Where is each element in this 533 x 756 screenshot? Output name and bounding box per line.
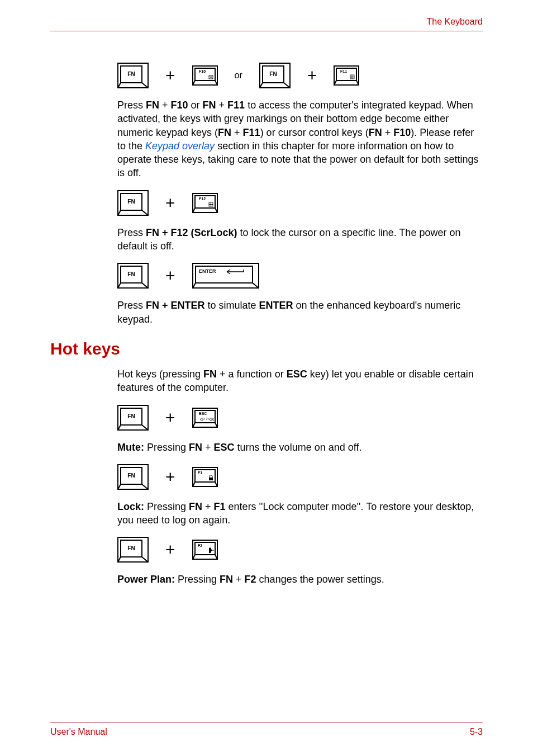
key-combo-row-5: FN + F1 xyxy=(117,464,483,490)
svg-text:FN: FN xyxy=(127,545,135,551)
f11-key-icon: F11 xyxy=(334,65,359,86)
body-column-2: Hot keys (pressing FN + a function or ES… xyxy=(117,367,483,587)
hot-keys-heading: Hot keys xyxy=(50,339,483,358)
paragraph-hotkeys-intro: Hot keys (pressing FN + a function or ES… xyxy=(117,367,483,395)
fn-key-icon: FN xyxy=(117,263,149,289)
svg-text:FN: FN xyxy=(269,71,277,77)
key-combo-row-1: FN + F10 or xyxy=(117,63,483,88)
svg-text:F1: F1 xyxy=(198,471,202,475)
svg-rect-47 xyxy=(193,467,217,486)
key-combo-row-3: FN + ENTER xyxy=(117,263,483,289)
footer-page-number: 5-3 xyxy=(470,727,483,737)
f10-key-icon: F10 xyxy=(192,65,218,86)
svg-rect-15 xyxy=(350,75,354,79)
fn-key-icon: FN xyxy=(117,63,149,88)
fn-key-icon: FN xyxy=(117,537,149,563)
plus-icon: + xyxy=(165,66,175,85)
svg-text:ESC: ESC xyxy=(199,412,207,415)
plus-icon: + xyxy=(165,266,175,285)
page-content: FN + F10 or xyxy=(50,56,483,597)
header-rule xyxy=(50,31,483,31)
key-combo-row-4: FN + ESC / xyxy=(117,405,483,431)
svg-text:F11: F11 xyxy=(340,69,347,73)
f1-key-icon: F1 xyxy=(192,467,218,487)
svg-text:F2: F2 xyxy=(198,544,202,547)
plus-icon: + xyxy=(165,193,175,212)
esc-key-icon: ESC / xyxy=(192,408,218,428)
plus-icon: + xyxy=(165,540,175,559)
fn-key-icon: FN xyxy=(117,190,149,216)
paragraph-lock: Lock: Pressing FN + F1 enters ''Lock com… xyxy=(117,500,483,527)
f12-key-icon: F12 xyxy=(192,193,218,213)
f2-key-icon: F2 xyxy=(192,540,218,560)
paragraph-f12: Press FN + F12 (ScrLock) to lock the cur… xyxy=(117,226,483,253)
fn-key-icon: FN xyxy=(259,63,291,88)
plus-icon: + xyxy=(307,66,317,85)
svg-text:F10: F10 xyxy=(199,69,206,73)
body-column: FN + F10 or xyxy=(117,63,483,326)
fn-key-icon: FN xyxy=(117,405,149,431)
or-label: or xyxy=(235,70,242,81)
paragraph-power-plan: Power Plan: Pressing FN + F2 changes the… xyxy=(117,573,483,586)
svg-rect-32 xyxy=(193,263,259,288)
svg-text:FN: FN xyxy=(127,199,135,205)
svg-text:FN: FN xyxy=(127,71,135,77)
footer-rule xyxy=(50,722,483,722)
footer-left-text: User's Manual xyxy=(50,727,107,737)
paragraph-f10-f11: Press FN + F10 or FN + F11 to access the… xyxy=(117,98,483,180)
plus-icon: + xyxy=(165,408,175,427)
key-combo-row-6: FN + F2 xyxy=(117,537,483,563)
svg-text:ENTER: ENTER xyxy=(199,268,216,274)
paragraph-mute: Mute: Pressing FN + ESC turns the volume… xyxy=(117,441,483,454)
svg-text:FN: FN xyxy=(127,472,135,479)
chapter-header: The Keyboard xyxy=(426,17,483,27)
svg-rect-50 xyxy=(209,478,213,480)
svg-text:FN: FN xyxy=(127,271,135,277)
keypad-overlay-link[interactable]: Keypad overlay xyxy=(145,140,215,152)
svg-text:F12: F12 xyxy=(199,197,206,201)
plus-icon: + xyxy=(165,467,175,486)
paragraph-enter: Press FN + ENTER to simulate ENTER on th… xyxy=(117,299,483,326)
svg-text:FN: FN xyxy=(127,413,135,419)
key-combo-row-2: FN + F12 xyxy=(117,190,483,216)
svg-rect-54 xyxy=(193,540,217,559)
fn-key-icon: FN xyxy=(117,464,149,490)
enter-key-icon: ENTER xyxy=(192,263,259,289)
